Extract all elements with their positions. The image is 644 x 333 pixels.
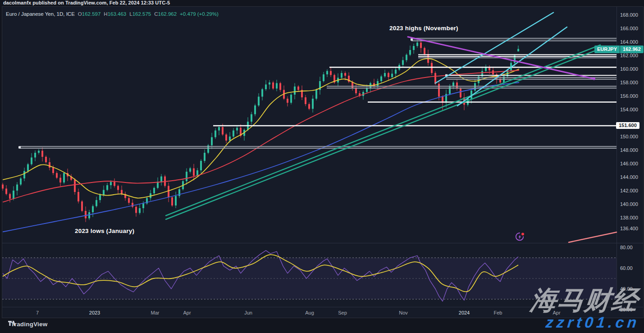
candle-body <box>391 74 393 78</box>
candle-body <box>49 162 50 168</box>
candle-body <box>142 204 144 209</box>
candle-body <box>254 105 256 114</box>
candle-body <box>103 190 105 195</box>
pink-segment[interactable] <box>569 232 617 242</box>
candle-body <box>38 151 40 153</box>
candle-body <box>81 201 83 211</box>
candle-body <box>27 164 29 171</box>
price-axis-label: 142.000 <box>620 187 644 194</box>
open-label: O <box>78 11 82 17</box>
annotation-2023-highs: 2023 highs (November) <box>389 25 458 32</box>
candle-body <box>290 95 292 103</box>
annotation-2023-lows: 2023 lows (January) <box>75 228 134 234</box>
candle-body <box>157 182 159 188</box>
candle-body <box>78 192 79 201</box>
level-price-chip: 151.600 <box>616 122 639 129</box>
price-axis-label: 138.000 <box>620 214 644 221</box>
price-axis-label: 160.000 <box>620 66 644 72</box>
candle-body <box>431 63 433 73</box>
last-price-badge: EURJPY 162.962 <box>594 46 644 53</box>
time-axis-label: Feb <box>494 310 502 315</box>
price-axis-label: 150.000 <box>620 133 644 140</box>
candle-body <box>114 182 115 186</box>
watermark-cn: 海马财经 <box>529 283 640 318</box>
candle-body <box>258 97 260 106</box>
close-value: 162.962 <box>158 11 177 17</box>
price-axis-label: 148.000 <box>620 147 644 153</box>
high-value: 163.463 <box>108 11 127 17</box>
candle-body <box>323 74 324 81</box>
slow-ma-blue <box>3 82 519 232</box>
candle-body <box>171 197 173 205</box>
candle-body <box>225 135 227 141</box>
candle-body <box>193 169 195 176</box>
candle-body <box>215 131 216 137</box>
candle-body <box>406 55 407 60</box>
time-axis-label: Aug <box>305 310 314 315</box>
time-axis-label: 2024 <box>459 310 470 315</box>
candle-body <box>312 99 314 109</box>
price-axis-label: 140.000 <box>620 201 644 207</box>
candle-body <box>341 73 343 78</box>
candle-body <box>517 49 519 51</box>
tradingview-published-chart: dacolmanfx published on TradingView.com,… <box>0 0 644 333</box>
candle-body <box>34 153 36 158</box>
last-price-badge-value: 162.962 <box>620 46 644 53</box>
candle-body <box>85 211 87 219</box>
candle-body <box>326 71 328 75</box>
price-axis-label: 156.000 <box>620 93 644 99</box>
steep-cyan-line-left[interactable] <box>435 13 553 83</box>
candle-body <box>41 151 43 157</box>
price-axis-label: 168.000 <box>620 12 644 18</box>
candle-body <box>135 207 137 213</box>
candle-body <box>16 185 18 191</box>
price-axis-label: 136.400 <box>620 225 644 232</box>
candle-body <box>106 185 108 190</box>
candle-body <box>222 127 224 135</box>
candle-body <box>153 188 155 193</box>
drawing-handle[interactable] <box>18 146 21 149</box>
candle-body <box>355 88 357 93</box>
trendline-endpoint[interactable] <box>593 78 595 80</box>
candle-body <box>74 180 76 192</box>
candle-body <box>189 169 191 172</box>
rsi-axis-label: 60.00 <box>620 265 644 271</box>
candle-body <box>315 90 317 99</box>
drawing-handle[interactable] <box>411 38 413 41</box>
candle-body <box>420 43 422 48</box>
ascending-channel-line-a[interactable] <box>166 45 600 216</box>
candle-body <box>305 97 306 104</box>
price-axis-label: 144.000 <box>620 174 644 180</box>
candle-body <box>236 128 238 131</box>
symbol-title: Euro / Japanese Yen, 1D, ICE <box>6 11 75 17</box>
candle-body <box>402 60 404 65</box>
symbol-legend[interactable]: Euro / Japanese Yen, 1D, ICEO162.597H163… <box>6 11 219 17</box>
price-axis-label: 162.000 <box>620 52 644 59</box>
candle-body <box>92 206 94 213</box>
ascending-channel-line-b[interactable] <box>166 49 600 219</box>
tradingview-attribution[interactable]: TradingView <box>8 321 47 328</box>
candle-body <box>186 172 187 181</box>
candle-body <box>59 178 61 183</box>
candle-body <box>308 104 310 109</box>
candle-body <box>233 131 234 137</box>
candle-body <box>265 85 267 90</box>
candle-body <box>200 161 202 170</box>
time-axis-label: Sep <box>338 310 347 315</box>
price-zone[interactable] <box>411 38 617 41</box>
candle-body <box>13 191 14 199</box>
candle-body <box>261 89 263 97</box>
candle-body <box>139 208 141 213</box>
candle-body <box>121 190 123 194</box>
watermark-url: zzrt01.cn <box>544 314 640 331</box>
candle-body <box>287 99 288 103</box>
candle-body <box>96 200 97 206</box>
candle-body <box>20 178 22 185</box>
candle-body <box>330 71 332 75</box>
open-value: 162.597 <box>82 11 101 17</box>
price-axis-label: 166.000 <box>620 25 644 32</box>
candle-body <box>251 114 252 122</box>
flash-icon[interactable] <box>514 232 525 242</box>
candle-body <box>380 77 382 82</box>
candle-body <box>132 203 133 207</box>
